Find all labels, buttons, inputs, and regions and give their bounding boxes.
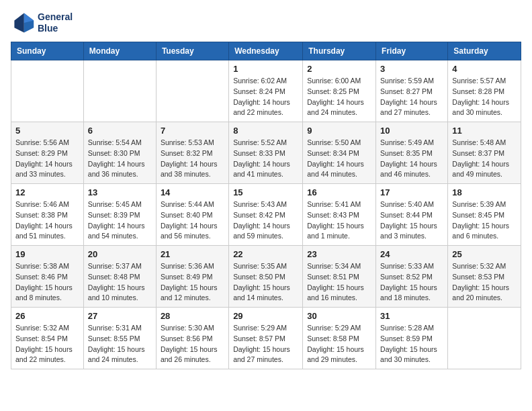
day-number: 10 xyxy=(380,126,443,136)
day-info: Sunrise: 6:02 AM Sunset: 8:24 PM Dayligh… xyxy=(233,76,298,118)
calendar-cell: 16Sunrise: 5:41 AM Sunset: 8:43 PM Dayli… xyxy=(303,184,376,246)
day-number: 24 xyxy=(380,249,443,259)
calendar-cell: 29Sunrise: 5:29 AM Sunset: 8:57 PM Dayli… xyxy=(229,308,303,369)
svg-marker-1 xyxy=(14,13,24,33)
day-info: Sunrise: 5:29 AM Sunset: 8:57 PM Dayligh… xyxy=(233,323,298,365)
day-info: Sunrise: 5:30 AM Sunset: 8:56 PM Dayligh… xyxy=(161,323,224,365)
calendar-table: SundayMondayTuesdayWednesdayThursdayFrid… xyxy=(11,42,521,369)
calendar-cell: 18Sunrise: 5:39 AM Sunset: 8:45 PM Dayli… xyxy=(448,184,521,246)
day-number: 30 xyxy=(307,311,371,321)
calendar-cell: 27Sunrise: 5:31 AM Sunset: 8:55 PM Dayli… xyxy=(83,308,156,369)
calendar-cell: 13Sunrise: 5:45 AM Sunset: 8:39 PM Dayli… xyxy=(83,184,156,246)
calendar-cell: 22Sunrise: 5:35 AM Sunset: 8:50 PM Dayli… xyxy=(229,246,303,308)
weekday-header-wednesday: Wednesday xyxy=(229,42,303,60)
day-number: 11 xyxy=(452,126,517,136)
calendar-cell: 6Sunrise: 5:54 AM Sunset: 8:30 PM Daylig… xyxy=(83,122,156,184)
day-info: Sunrise: 5:44 AM Sunset: 8:40 PM Dayligh… xyxy=(161,199,224,242)
calendar-cell: 26Sunrise: 5:32 AM Sunset: 8:54 PM Dayli… xyxy=(11,308,84,369)
calendar-cell: 17Sunrise: 5:40 AM Sunset: 8:44 PM Dayli… xyxy=(376,184,448,246)
weekday-header-monday: Monday xyxy=(83,42,156,60)
calendar-cell: 31Sunrise: 5:28 AM Sunset: 8:59 PM Dayli… xyxy=(376,308,448,369)
day-number: 6 xyxy=(88,126,152,136)
day-info: Sunrise: 5:32 AM Sunset: 8:54 PM Dayligh… xyxy=(15,323,79,365)
day-info: Sunrise: 5:43 AM Sunset: 8:42 PM Dayligh… xyxy=(233,199,298,242)
calendar-cell xyxy=(156,60,228,122)
day-info: Sunrise: 5:49 AM Sunset: 8:35 PM Dayligh… xyxy=(380,138,443,180)
day-info: Sunrise: 5:52 AM Sunset: 8:33 PM Dayligh… xyxy=(233,138,298,180)
day-info: Sunrise: 5:29 AM Sunset: 8:58 PM Dayligh… xyxy=(307,323,371,365)
calendar-cell: 14Sunrise: 5:44 AM Sunset: 8:40 PM Dayli… xyxy=(156,184,228,246)
calendar-cell: 5Sunrise: 5:56 AM Sunset: 8:29 PM Daylig… xyxy=(11,122,84,184)
calendar-cell: 20Sunrise: 5:37 AM Sunset: 8:48 PM Dayli… xyxy=(83,246,156,308)
calendar-cell: 19Sunrise: 5:38 AM Sunset: 8:46 PM Dayli… xyxy=(11,246,84,308)
day-info: Sunrise: 5:46 AM Sunset: 8:38 PM Dayligh… xyxy=(15,199,79,242)
day-number: 8 xyxy=(233,126,298,136)
weekday-header-thursday: Thursday xyxy=(303,42,376,60)
day-info: Sunrise: 5:41 AM Sunset: 8:43 PM Dayligh… xyxy=(307,199,371,242)
calendar-cell: 1Sunrise: 6:02 AM Sunset: 8:24 PM Daylig… xyxy=(229,60,303,122)
logo-icon xyxy=(11,11,35,35)
day-number: 4 xyxy=(452,64,517,74)
calendar-cell: 23Sunrise: 5:34 AM Sunset: 8:51 PM Dayli… xyxy=(303,246,376,308)
calendar-cell xyxy=(448,308,521,369)
calendar-week-2: 5Sunrise: 5:56 AM Sunset: 8:29 PM Daylig… xyxy=(11,122,521,184)
calendar-cell: 3Sunrise: 5:59 AM Sunset: 8:27 PM Daylig… xyxy=(376,60,448,122)
weekday-header-friday: Friday xyxy=(376,42,448,60)
day-number: 27 xyxy=(88,311,152,321)
day-number: 3 xyxy=(380,64,443,74)
calendar-cell: 8Sunrise: 5:52 AM Sunset: 8:33 PM Daylig… xyxy=(229,122,303,184)
day-number: 9 xyxy=(307,126,371,136)
calendar-cell: 25Sunrise: 5:32 AM Sunset: 8:53 PM Dayli… xyxy=(448,246,521,308)
day-info: Sunrise: 5:53 AM Sunset: 8:32 PM Dayligh… xyxy=(161,138,224,180)
day-info: Sunrise: 5:59 AM Sunset: 8:27 PM Dayligh… xyxy=(380,76,443,118)
day-number: 12 xyxy=(15,187,79,197)
calendar-cell: 10Sunrise: 5:49 AM Sunset: 8:35 PM Dayli… xyxy=(376,122,448,184)
day-info: Sunrise: 5:50 AM Sunset: 8:34 PM Dayligh… xyxy=(307,138,371,180)
day-info: Sunrise: 5:32 AM Sunset: 8:53 PM Dayligh… xyxy=(452,261,517,304)
day-number: 17 xyxy=(380,187,443,197)
day-info: Sunrise: 5:40 AM Sunset: 8:44 PM Dayligh… xyxy=(380,199,443,242)
day-info: Sunrise: 5:38 AM Sunset: 8:46 PM Dayligh… xyxy=(15,261,79,304)
day-number: 21 xyxy=(161,249,224,259)
day-number: 13 xyxy=(88,187,152,197)
logo-text: General Blue xyxy=(38,11,73,34)
calendar-week-5: 26Sunrise: 5:32 AM Sunset: 8:54 PM Dayli… xyxy=(11,308,521,369)
weekday-header-saturday: Saturday xyxy=(448,42,521,60)
day-info: Sunrise: 5:54 AM Sunset: 8:30 PM Dayligh… xyxy=(88,138,152,180)
calendar-cell: 7Sunrise: 5:53 AM Sunset: 8:32 PM Daylig… xyxy=(156,122,228,184)
calendar-week-1: 1Sunrise: 6:02 AM Sunset: 8:24 PM Daylig… xyxy=(11,60,521,122)
day-info: Sunrise: 5:56 AM Sunset: 8:29 PM Dayligh… xyxy=(15,138,79,180)
day-number: 25 xyxy=(452,249,517,259)
day-number: 15 xyxy=(233,187,298,197)
calendar-cell: 30Sunrise: 5:29 AM Sunset: 8:58 PM Dayli… xyxy=(303,308,376,369)
calendar-cell: 9Sunrise: 5:50 AM Sunset: 8:34 PM Daylig… xyxy=(303,122,376,184)
day-info: Sunrise: 5:37 AM Sunset: 8:48 PM Dayligh… xyxy=(88,261,152,304)
day-info: Sunrise: 5:39 AM Sunset: 8:45 PM Dayligh… xyxy=(452,199,517,242)
day-number: 2 xyxy=(307,64,371,74)
day-info: Sunrise: 5:34 AM Sunset: 8:51 PM Dayligh… xyxy=(307,261,371,304)
calendar-cell: 24Sunrise: 5:33 AM Sunset: 8:52 PM Dayli… xyxy=(376,246,448,308)
page-header: General Blue xyxy=(11,11,521,35)
day-number: 29 xyxy=(233,311,298,321)
calendar-cell: 2Sunrise: 6:00 AM Sunset: 8:25 PM Daylig… xyxy=(303,60,376,122)
day-number: 19 xyxy=(15,249,79,259)
day-info: Sunrise: 5:28 AM Sunset: 8:59 PM Dayligh… xyxy=(380,323,443,365)
calendar-cell: 11Sunrise: 5:48 AM Sunset: 8:37 PM Dayli… xyxy=(448,122,521,184)
day-info: Sunrise: 5:35 AM Sunset: 8:50 PM Dayligh… xyxy=(233,261,298,304)
day-number: 26 xyxy=(15,311,79,321)
logo: General Blue xyxy=(11,11,73,35)
weekday-header-sunday: Sunday xyxy=(11,42,84,60)
day-info: Sunrise: 5:31 AM Sunset: 8:55 PM Dayligh… xyxy=(88,323,152,365)
day-number: 14 xyxy=(161,187,224,197)
day-number: 1 xyxy=(233,64,298,74)
calendar-cell: 12Sunrise: 5:46 AM Sunset: 8:38 PM Dayli… xyxy=(11,184,84,246)
day-info: Sunrise: 6:00 AM Sunset: 8:25 PM Dayligh… xyxy=(307,76,371,118)
day-number: 7 xyxy=(161,126,224,136)
day-number: 22 xyxy=(233,249,298,259)
weekday-header-row: SundayMondayTuesdayWednesdayThursdayFrid… xyxy=(11,42,521,60)
calendar-cell: 15Sunrise: 5:43 AM Sunset: 8:42 PM Dayli… xyxy=(229,184,303,246)
day-info: Sunrise: 5:36 AM Sunset: 8:49 PM Dayligh… xyxy=(161,261,224,304)
calendar-cell: 28Sunrise: 5:30 AM Sunset: 8:56 PM Dayli… xyxy=(156,308,228,369)
calendar-cell: 21Sunrise: 5:36 AM Sunset: 8:49 PM Dayli… xyxy=(156,246,228,308)
calendar-cell xyxy=(83,60,156,122)
